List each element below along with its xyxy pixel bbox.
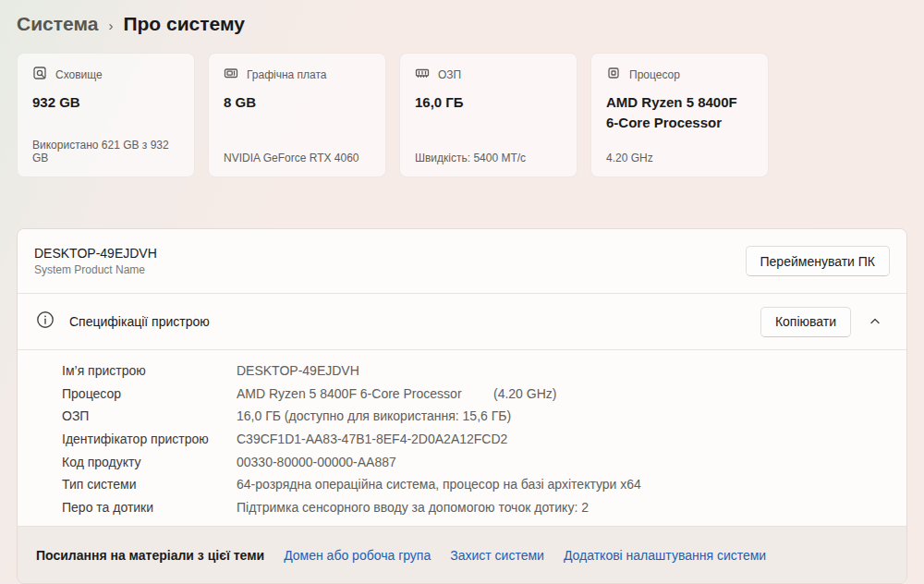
gpu-card-value: 8 GB bbox=[224, 92, 371, 113]
copy-button[interactable]: Копіювати bbox=[760, 307, 851, 337]
spec-label: Ім’я пристрою bbox=[62, 363, 237, 378]
breadcrumb: Система › Про систему bbox=[17, 0, 907, 41]
spec-value: 16,0 ГБ (доступно для використання: 15,6… bbox=[237, 408, 511, 423]
spec-value: DESKTOP-49EJDVH bbox=[237, 363, 359, 378]
link-domain-workgroup[interactable]: Домен або робоча група bbox=[284, 548, 431, 563]
spec-row-processor: Процесор AMD Ryzen 5 8400F 6-Core Proces… bbox=[62, 383, 888, 406]
cpu-card-caption: 4.20 GHz bbox=[606, 152, 753, 164]
storage-card-header: Сховище bbox=[32, 66, 179, 84]
spec-value: C39CF1D1-AA83-47B1-8EF4-2D0A2A12FCD2 bbox=[237, 432, 507, 446]
ram-card-value: 16,0 ГБ bbox=[415, 92, 562, 113]
spec-row-pen-touch: Перо та дотики Підтримка сенсорного ввод… bbox=[62, 496, 888, 519]
gpu-card-header: Графічна плата bbox=[224, 66, 371, 84]
link-advanced-settings[interactable]: Додаткові налаштування системи bbox=[564, 548, 766, 563]
related-links-label: Посилання на матеріали з цієї теми bbox=[36, 548, 264, 563]
spec-label: ОЗП bbox=[62, 408, 237, 423]
spec-label: Тип системи bbox=[62, 477, 237, 492]
device-specs-expander[interactable]: Специфікації пристрою Копіювати bbox=[18, 294, 906, 350]
device-subtitle: System Product Name bbox=[34, 263, 157, 276]
storage-card-caption: Використано 621 GB з 932 GB bbox=[32, 139, 179, 164]
spec-label: Процесор bbox=[62, 386, 237, 401]
rename-pc-button[interactable]: Перейменувати ПК bbox=[746, 246, 890, 276]
page-title: Про систему bbox=[123, 13, 244, 35]
specs-content: Ім’я пристрою DESKTOP-49EJDVH Процесор A… bbox=[18, 350, 906, 526]
storage-card-value: 932 GB bbox=[32, 92, 179, 113]
ram-icon bbox=[415, 66, 430, 84]
spec-row-device-id: Ідентифікатор пристрою C39CF1D1-AA83-47B… bbox=[62, 428, 888, 451]
cpu-card-label: Процесор bbox=[629, 68, 680, 81]
spec-row-system-type: Тип системи 64-розрядна операційна систе… bbox=[62, 473, 888, 496]
processor-name: AMD Ryzen 5 8400F 6-Core Processor bbox=[237, 386, 493, 401]
specs-title: Специфікації пристрою bbox=[69, 314, 210, 329]
spec-label: Перо та дотики bbox=[62, 500, 237, 515]
storage-card: Сховище 932 GB Використано 621 GB з 932 … bbox=[17, 53, 195, 177]
device-name-row: DESKTOP-49EJDVH System Product Name Пере… bbox=[18, 229, 906, 294]
ram-card-header: ОЗП bbox=[415, 66, 562, 84]
spec-value: 64-розрядна операційна система, процесор… bbox=[237, 477, 641, 492]
spec-label: Ідентифікатор пристрою bbox=[62, 432, 237, 446]
about-system-page: Система › Про систему Сховище 932 GB Вик… bbox=[0, 0, 924, 584]
spec-value: 00330-80000-00000-AA887 bbox=[237, 455, 396, 469]
link-system-protection[interactable]: Захист системи bbox=[450, 548, 544, 563]
chevron-right-icon: › bbox=[108, 16, 113, 33]
ram-card-label: ОЗП bbox=[438, 68, 461, 81]
spec-row-product-id: Код продукту 00330-80000-00000-AA887 bbox=[62, 450, 888, 473]
gpu-card-label: Графічна плата bbox=[247, 68, 327, 81]
spec-label: Код продукту bbox=[62, 455, 237, 469]
spec-row-ram: ОЗП 16,0 ГБ (доступно для використання: … bbox=[62, 405, 888, 428]
spec-value: Підтримка сенсорного вводу за допомогою … bbox=[237, 500, 589, 515]
gpu-icon bbox=[224, 66, 238, 84]
cpu-card: Процесор AMD Ryzen 5 8400F 6-Core Proces… bbox=[590, 53, 769, 177]
related-links-footer: Посилання на матеріали з цієї теми Домен… bbox=[18, 526, 906, 583]
cpu-card-value: AMD Ryzen 5 8400F 6-Core Processor bbox=[606, 92, 753, 133]
spec-row-device-name: Ім’я пристрою DESKTOP-49EJDVH bbox=[62, 359, 888, 383]
gpu-card-caption: NVIDIA GeForce RTX 4060 bbox=[224, 152, 371, 164]
storage-icon bbox=[32, 66, 47, 84]
cpu-icon bbox=[606, 66, 621, 84]
breadcrumb-system[interactable]: Система bbox=[17, 13, 98, 35]
processor-clock: (4.20 GHz) bbox=[493, 386, 556, 401]
device-name: DESKTOP-49EJDVH bbox=[34, 246, 157, 261]
device-names: DESKTOP-49EJDVH System Product Name bbox=[34, 246, 157, 276]
info-icon bbox=[36, 310, 55, 333]
ram-card: ОЗП 16,0 ГБ Швидкість: 5400 МТ/с bbox=[399, 53, 578, 177]
spec-value: AMD Ryzen 5 8400F 6-Core Processor(4.20 … bbox=[237, 386, 556, 401]
cpu-card-header: Процесор bbox=[606, 66, 753, 84]
hardware-cards: Сховище 932 GB Використано 621 GB з 932 … bbox=[17, 53, 907, 177]
gpu-card: Графічна плата 8 GB NVIDIA GeForce RTX 4… bbox=[208, 53, 386, 177]
storage-card-label: Сховище bbox=[55, 68, 103, 81]
chevron-up-icon[interactable] bbox=[857, 305, 894, 338]
about-card-group: DESKTOP-49EJDVH System Product Name Пере… bbox=[17, 228, 907, 584]
ram-card-caption: Швидкість: 5400 МТ/с bbox=[415, 152, 562, 164]
